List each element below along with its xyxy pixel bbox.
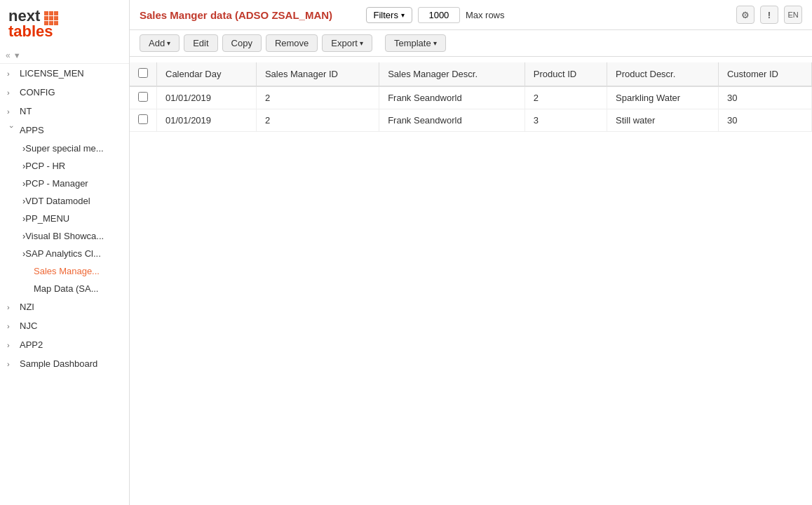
row-checkbox-cell[interactable]: [130, 86, 157, 109]
cell-calendar-day: 01/01/2019: [157, 109, 257, 132]
cell-sales-manager-id: 2: [256, 86, 379, 109]
row-checkbox-cell[interactable]: [130, 109, 157, 132]
sidebar-item-sample-dashboard[interactable]: › Sample Dashboard: [0, 354, 129, 373]
logo-tables: tables: [8, 22, 58, 41]
copy-label: Copy: [231, 38, 252, 48]
template-button[interactable]: Template ▾: [385, 34, 446, 52]
sidebar-item-pcp-hr[interactable]: › PCP - HR: [0, 157, 129, 175]
col-customer-id[interactable]: Customer ID: [718, 62, 811, 86]
copy-button[interactable]: Copy: [222, 34, 262, 52]
sidebar-item-label: NT: [20, 106, 32, 116]
sidebar-item-label: Visual BI Showca...: [25, 231, 104, 241]
table-area: Calendar Day Sales Manager ID Sales Mana…: [130, 57, 812, 505]
sidebar-item-label: Map Data (SA...: [34, 283, 98, 294]
remove-label: Remove: [275, 38, 309, 48]
sidebar-item-label: CONFIG: [20, 87, 55, 97]
sidebar-item-label: Sample Dashboard: [20, 358, 97, 369]
sidebar: next tables « ▼ › LICENSE_MEN › CONFIG ›…: [0, 0, 130, 505]
chevron-right-icon: ›: [7, 303, 17, 311]
sidebar-item-vdt-datamodel[interactable]: › VDT Datamodel: [0, 192, 129, 210]
cell-product-id: 2: [525, 86, 607, 109]
export-label: Export: [331, 38, 358, 48]
sidebar-item-pp-menu[interactable]: › PP_MENU: [0, 210, 129, 227]
sidebar-item-label: PCP - Manager: [25, 178, 88, 189]
sidebar-item-nt[interactable]: › NT: [0, 102, 129, 121]
sidebar-item-pcp-manager[interactable]: › PCP - Manager: [0, 175, 129, 192]
remove-button[interactable]: Remove: [266, 34, 318, 52]
sidebar-item-label: SAP Analytics Cl...: [25, 248, 100, 259]
sidebar-item-label: LICENSE_MEN: [20, 68, 84, 79]
cell-product-descr: Sparkling Water: [607, 86, 719, 109]
col-sales-manager-id[interactable]: Sales Manager ID: [256, 62, 379, 86]
sidebar-item-label: NJC: [20, 321, 37, 331]
sidebar-item-app2[interactable]: › APP2: [0, 335, 129, 354]
select-all-checkbox[interactable]: [138, 68, 148, 78]
add-button[interactable]: Add ▾: [140, 34, 180, 52]
chevron-right-icon: ›: [7, 360, 17, 368]
filters-arrow-icon: ▾: [401, 11, 405, 19]
page-title: Sales Manger data (ADSO ZSAL_MAN): [140, 9, 360, 21]
language-button[interactable]: EN: [784, 6, 802, 24]
max-rows-input[interactable]: [418, 7, 460, 23]
toolbar: Add ▾ Edit Copy Remove Export ▾ Template…: [130, 30, 812, 57]
sidebar-item-super-special[interactable]: › Super special me...: [0, 140, 129, 157]
select-all-header[interactable]: [130, 62, 157, 86]
sidebar-item-apps[interactable]: › APPS: [0, 121, 129, 140]
sidebar-item-label: VDT Datamodel: [25, 196, 90, 206]
sidebar-item-label: PP_MENU: [25, 213, 69, 224]
sidebar-collapse-icon[interactable]: «: [6, 50, 11, 60]
sidebar-item-sap-analytics[interactable]: › SAP Analytics Cl...: [0, 245, 129, 262]
info-icon-button[interactable]: !: [760, 6, 778, 24]
cell-sales-manager-descr: Frank Seandworld: [379, 109, 525, 132]
sidebar-item-visual-bi[interactable]: › Visual BI Showca...: [0, 227, 129, 245]
sidebar-item-njc[interactable]: › NJC: [0, 316, 129, 335]
table-row: 01/01/2019 2 Frank Seandworld 2 Sparklin…: [130, 86, 812, 109]
cell-customer-id: 30: [718, 86, 811, 109]
row-checkbox[interactable]: [138, 114, 148, 124]
sidebar-item-nzi[interactable]: › NZI: [0, 297, 129, 316]
table-row: 01/01/2019 2 Frank Seandworld 3 Still wa…: [130, 109, 812, 132]
data-table: Calendar Day Sales Manager ID Sales Mana…: [130, 62, 812, 132]
top-bar: Sales Manger data (ADSO ZSAL_MAN) Filter…: [130, 0, 812, 30]
edit-button[interactable]: Edit: [184, 34, 217, 52]
cell-product-descr: Still water: [607, 109, 719, 132]
sidebar-item-label: PCP - HR: [25, 161, 65, 171]
sidebar-collapse-bar[interactable]: « ▼: [0, 48, 129, 64]
sidebar-item-config[interactable]: › CONFIG: [0, 83, 129, 102]
chevron-right-icon: ›: [7, 322, 17, 330]
template-arrow-icon: ▾: [433, 39, 437, 47]
cell-sales-manager-id: 2: [256, 109, 379, 132]
sidebar-item-label: APP2: [20, 339, 43, 350]
chevron-right-icon: ›: [7, 69, 17, 78]
chevron-right-icon: ›: [7, 88, 17, 97]
export-arrow-icon: ▾: [360, 39, 363, 47]
col-sales-manager-descr[interactable]: Sales Manager Descr.: [379, 62, 525, 86]
row-checkbox[interactable]: [138, 92, 148, 102]
info-icon: !: [768, 10, 771, 20]
sidebar-item-license-men[interactable]: › LICENSE_MEN: [0, 64, 129, 83]
chevron-right-icon: ›: [7, 341, 17, 349]
add-arrow-icon: ▾: [167, 39, 170, 47]
chevron-down-icon: ›: [8, 126, 16, 135]
language-label: EN: [787, 11, 798, 19]
settings-icon-button[interactable]: ⚙: [736, 6, 755, 24]
logo: next tables: [0, 0, 129, 48]
filters-button[interactable]: Filters ▾: [366, 7, 412, 23]
chevron-right-icon: ›: [7, 107, 17, 116]
cell-calendar-day: 01/01/2019: [157, 86, 257, 109]
sidebar-item-label: APPS: [20, 125, 44, 135]
export-button[interactable]: Export ▾: [322, 34, 372, 52]
col-product-descr[interactable]: Product Descr.: [607, 62, 719, 86]
sidebar-item-map-data[interactable]: Map Data (SA...: [0, 280, 129, 297]
sidebar-item-label: Sales Manage...: [34, 266, 100, 276]
col-calendar-day[interactable]: Calendar Day: [157, 62, 257, 86]
sidebar-dropdown-icon[interactable]: ▼: [13, 51, 21, 60]
add-label: Add: [149, 38, 165, 48]
sidebar-item-sales-manager[interactable]: Sales Manage...: [0, 262, 129, 280]
sidebar-item-label: Super special me...: [25, 143, 103, 154]
col-product-id[interactable]: Product ID: [525, 62, 607, 86]
logo-text: next tables: [8, 7, 58, 41]
gear-icon: ⚙: [741, 10, 750, 20]
cell-sales-manager-descr: Frank Seandworld: [379, 86, 525, 109]
table-header-row: Calendar Day Sales Manager ID Sales Mana…: [130, 62, 812, 86]
